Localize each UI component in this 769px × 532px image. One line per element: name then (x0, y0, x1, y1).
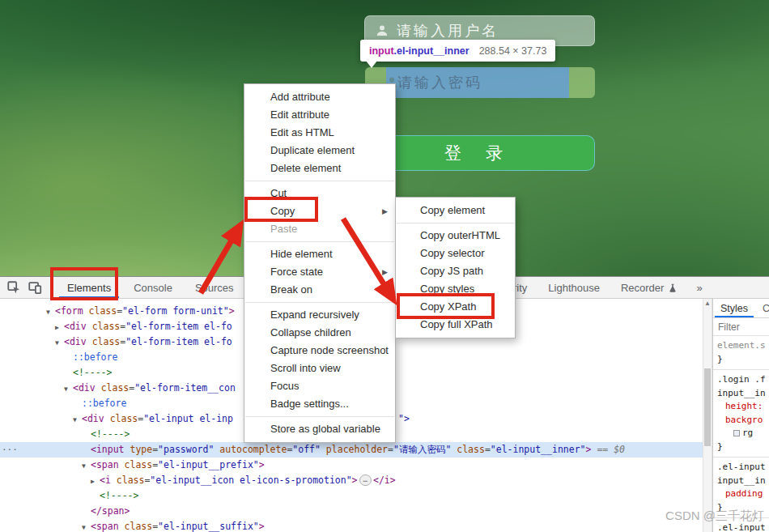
code-text: ::before (73, 350, 117, 365)
styles-tab-styles[interactable]: Styles (713, 299, 755, 317)
code-text: <i class="el-input__icon el-icon-s-promo… (100, 473, 396, 488)
code-text: <form class="el-form form-unit"> (55, 304, 235, 319)
inspect-element-icon[interactable] (6, 280, 21, 295)
menu-item-force-state[interactable]: Force state▶ (244, 263, 395, 281)
submenu-item-copy-full-xpath[interactable]: Copy full XPath (396, 316, 515, 334)
expand-arrow-icon[interactable]: ▶ (55, 320, 59, 335)
collapse-arrow-icon[interactable]: ▼ (64, 381, 68, 397)
vertical-scrollbar[interactable]: ▲ (703, 299, 712, 532)
menu-item-delete-element[interactable]: Delete element (244, 160, 395, 177)
code-line[interactable]: ▶<i class="el-input__icon el-icon-s-prom… (0, 473, 703, 488)
submenu-item-copy-js-path[interactable]: Copy JS path (396, 262, 515, 280)
submenu-item-copy-selector[interactable]: Copy selector (396, 245, 515, 262)
menu-item-paste: Paste (244, 220, 395, 238)
collapse-arrow-icon[interactable]: ▼ (46, 304, 50, 320)
code-text: <span class="el-input__prefix"> (91, 458, 265, 473)
menu-item-duplicate-element[interactable]: Duplicate element (244, 142, 395, 160)
password-input[interactable]: 请输入密码 (365, 67, 595, 98)
context-menu: Add attributeEdit attributeEdit as HTMLD… (244, 83, 396, 443)
expand-arrow-icon[interactable]: ▶ (91, 474, 95, 489)
style-rule-line[interactable]: backgro (717, 414, 769, 428)
password-placeholder: 请输入密码 (397, 73, 482, 92)
submenu-item-copy-styles[interactable]: Copy styles (396, 280, 515, 298)
inspect-overlay-padding-right (569, 67, 595, 98)
tooltip-tag: input (369, 45, 394, 57)
code-line[interactable]: ▼<span class="el-input__prefix"> (0, 458, 703, 473)
code-text: <div class="el-form-item el-fo (64, 319, 232, 334)
styles-tab-c[interactable]: C (755, 299, 769, 317)
style-rule-line[interactable]: .el-input (717, 461, 769, 475)
copy-submenu: Copy elementCopy outerHTMLCopy selectorC… (395, 197, 516, 338)
submenu-item-copy-element[interactable]: Copy element (396, 202, 515, 219)
menu-item-capture-node-screenshot[interactable]: Capture node screenshot (244, 342, 395, 360)
menu-separator (397, 223, 514, 223)
styles-filter-input[interactable]: Filter (713, 318, 769, 336)
menu-item-break-on[interactable]: Break on▶ (244, 281, 395, 299)
code-text: <!----> (100, 488, 138, 504)
more-actions-gutter-icon[interactable]: ··· (2, 442, 18, 458)
tooltip-pointer (366, 61, 377, 68)
menu-item-edit-as-html[interactable]: Edit as HTML (244, 124, 395, 142)
styles-tabs: StylesC (713, 299, 769, 318)
menu-item-store-as-global-variable[interactable]: Store as global variable (244, 420, 395, 438)
style-rule-line[interactable]: } (717, 440, 769, 454)
more-tabs-button[interactable]: » (688, 282, 710, 294)
menu-separator (245, 181, 394, 181)
tab-recorder[interactable]: Recorder (610, 282, 688, 294)
watermark: CSDN @三千花灯 (665, 509, 764, 524)
collapse-arrow-icon[interactable]: ▼ (55, 335, 59, 351)
device-toolbar-icon[interactable] (28, 280, 42, 295)
code-text: </span> (91, 504, 130, 519)
menu-item-expand-recursively[interactable]: Expand recursively (244, 306, 395, 324)
code-line[interactable]: ▼<span class="el-input__suffix"> (0, 519, 703, 532)
toolbar-divider (50, 279, 51, 296)
submenu-item-copy-outerhtml[interactable]: Copy outerHTML (396, 227, 515, 245)
user-icon (376, 24, 389, 37)
code-line[interactable]: <!----> (0, 488, 703, 504)
style-rule-line[interactable]: } (717, 353, 769, 367)
code-text: <input type="password" autocomplete="off… (91, 442, 625, 458)
style-rule-line[interactable]: input__in (717, 475, 769, 488)
style-rule-line[interactable]: element.s (717, 339, 769, 353)
code-line[interactable]: ···<input type="password" autocomplete="… (0, 442, 703, 458)
rule-separator (713, 453, 769, 458)
menu-item-badge-settings-[interactable]: Badge settings... (244, 395, 395, 413)
code-text: <span class="el-input__suffix"> (91, 519, 265, 532)
collapse-arrow-icon[interactable]: ▼ (73, 412, 77, 428)
submenu-arrow-icon: ▶ (382, 263, 388, 281)
style-rule-line[interactable]: .login .f (717, 373, 769, 387)
menu-item-scroll-into-view[interactable]: Scroll into view (244, 360, 395, 377)
code-text: ::before (82, 396, 126, 411)
styles-sidebar: StylesC Filter element.s}.login .finput_… (712, 299, 769, 532)
collapse-arrow-icon[interactable]: ▼ (82, 520, 86, 532)
menu-item-edit-attribute[interactable]: Edit attribute (244, 106, 395, 124)
menu-item-add-attribute[interactable]: Add attribute (244, 88, 395, 106)
style-rule-line[interactable]: input__in (717, 387, 769, 401)
collapse-arrow-icon[interactable]: ▼ (82, 458, 86, 474)
code-line[interactable]: </span> (0, 504, 703, 519)
username-placeholder: 请输入用户名 (397, 21, 499, 40)
tab-elements[interactable]: Elements (56, 277, 122, 298)
tab-sources[interactable]: Sources (184, 277, 245, 298)
style-rule-line[interactable]: rg (717, 427, 769, 440)
color-swatch[interactable] (733, 430, 740, 436)
menu-separator (245, 241, 394, 242)
scrollbar-thumb[interactable] (704, 368, 711, 446)
menu-item-focus[interactable]: Focus (244, 377, 395, 395)
tab-lighthouse[interactable]: Lighthouse (537, 282, 610, 294)
style-rule-line[interactable]: height: (717, 400, 769, 414)
tab-console[interactable]: Console (122, 277, 184, 298)
menu-separator (245, 416, 394, 417)
scrollbar-up-arrow[interactable]: ▲ (703, 300, 712, 307)
menu-item-collapse-children[interactable]: Collapse children (244, 324, 395, 342)
style-rule-line[interactable]: padding (717, 487, 769, 501)
menu-item-copy[interactable]: Copy▶ (244, 202, 395, 220)
tooltip-class: .el-input__inner (394, 45, 469, 57)
submenu-arrow-icon: ▶ (382, 281, 388, 299)
rule-separator (713, 366, 769, 370)
menu-item-cut[interactable]: Cut (244, 185, 395, 202)
menu-separator (245, 302, 394, 303)
devtools-tabs-right: ecurityLighthouseRecorder » (486, 277, 711, 299)
menu-item-hide-element[interactable]: Hide element (244, 245, 395, 263)
submenu-item-copy-xpath[interactable]: Copy XPath (396, 298, 515, 316)
